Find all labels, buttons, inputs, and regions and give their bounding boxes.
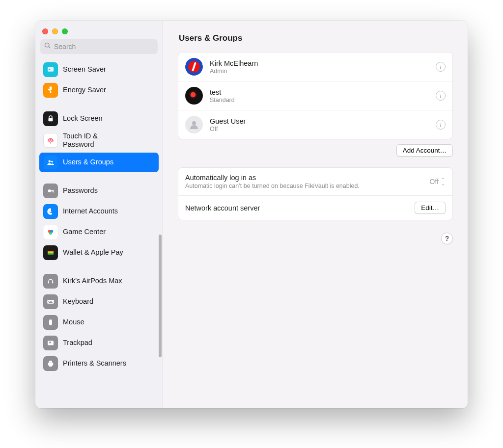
trackpad-icon bbox=[43, 336, 58, 350]
sidebar-item-wallet[interactable]: Wallet & Apple Pay bbox=[39, 243, 159, 263]
page-title: Users & Groups bbox=[179, 33, 453, 43]
sidebar-item-label: Game Center bbox=[63, 228, 106, 236]
close-window-button[interactable] bbox=[42, 28, 48, 34]
auto-login-row: Automatically log in as Automatic login … bbox=[178, 168, 452, 195]
sidebar-item-label: Keyboard bbox=[63, 297, 93, 306]
user-row[interactable]: test Standard i bbox=[178, 81, 452, 110]
sidebar-item-label: Touch ID & Password bbox=[63, 132, 98, 149]
avatar bbox=[185, 87, 203, 105]
printers-icon bbox=[43, 356, 58, 371]
auto-login-title: Automatically log in as bbox=[185, 174, 360, 182]
wallet-icon bbox=[43, 245, 58, 260]
sidebar-item-mouse[interactable]: Mouse bbox=[39, 313, 159, 332]
svg-rect-16 bbox=[48, 281, 49, 284]
svg-rect-3 bbox=[49, 118, 53, 122]
user-name: Guest User bbox=[210, 117, 429, 125]
svg-rect-19 bbox=[49, 301, 50, 302]
network-server-row: Network account server Edit… bbox=[178, 195, 452, 220]
airpods-icon bbox=[43, 274, 58, 289]
svg-rect-27 bbox=[49, 364, 52, 367]
svg-rect-26 bbox=[49, 361, 52, 363]
user-role: Standard bbox=[210, 97, 429, 104]
user-row[interactable]: Kirk McElhearn Admin i bbox=[178, 53, 452, 81]
user-name: test bbox=[210, 88, 429, 96]
user-role: Off bbox=[210, 126, 429, 132]
sidebar-item-label: Printers & Scanners bbox=[63, 359, 126, 368]
touch-id-icon bbox=[43, 133, 58, 148]
sidebar-item-label: Passwords bbox=[63, 186, 98, 195]
network-server-title: Network account server bbox=[185, 204, 260, 212]
minimize-window-button[interactable] bbox=[52, 28, 58, 34]
svg-point-5 bbox=[51, 160, 53, 162]
svg-rect-20 bbox=[50, 301, 51, 302]
sidebar-item-game-center[interactable]: Game Center bbox=[39, 222, 159, 242]
sidebar-scroll: Screen Saver Energy Saver Lock Screen bbox=[35, 58, 163, 408]
svg-point-1 bbox=[49, 69, 50, 70]
sidebar-item-label: Wallet & Apple Pay bbox=[63, 248, 123, 257]
svg-rect-14 bbox=[48, 252, 54, 253]
avatar bbox=[185, 116, 203, 133]
svg-rect-2 bbox=[50, 91, 52, 94]
svg-rect-23 bbox=[49, 319, 52, 325]
user-row[interactable]: Guest User Off i bbox=[178, 110, 452, 139]
sidebar-item-passwords[interactable]: Passwords bbox=[39, 181, 159, 201]
user-info-button[interactable]: i bbox=[436, 120, 446, 130]
search-input[interactable] bbox=[54, 43, 154, 51]
main-content: Users & Groups Kirk McElhearn Admin i te… bbox=[163, 21, 468, 408]
sidebar-item-airpods[interactable]: Kirk’s AirPods Max bbox=[39, 271, 159, 291]
updown-chevron-icon: ⌃⌃ bbox=[441, 179, 446, 184]
sidebar-item-label: Users & Groups bbox=[63, 158, 113, 166]
search-field[interactable] bbox=[40, 39, 158, 54]
svg-rect-8 bbox=[53, 190, 54, 193]
sidebar-item-label: Screen Saver bbox=[63, 65, 106, 74]
sidebar-item-touch-id[interactable]: Touch ID & Password bbox=[39, 130, 159, 152]
sidebar-item-label: Energy Saver bbox=[63, 86, 106, 94]
user-info-button[interactable]: i bbox=[436, 62, 446, 72]
sidebar-item-printers[interactable]: Printers & Scanners bbox=[39, 354, 159, 373]
sidebar-item-label: Mouse bbox=[63, 318, 84, 326]
svg-rect-17 bbox=[52, 281, 53, 284]
window-controls bbox=[35, 21, 163, 39]
svg-rect-22 bbox=[49, 302, 53, 303]
svg-point-12 bbox=[49, 232, 52, 235]
svg-point-28 bbox=[192, 121, 196, 125]
svg-point-6 bbox=[48, 189, 51, 192]
mouse-icon bbox=[43, 315, 58, 330]
energy-saver-icon bbox=[43, 83, 58, 98]
users-groups-icon bbox=[43, 155, 58, 170]
sidebar: Screen Saver Energy Saver Lock Screen bbox=[35, 21, 163, 408]
internet-accounts-icon bbox=[43, 204, 58, 219]
sidebar-item-keyboard[interactable]: Keyboard bbox=[39, 292, 159, 312]
sidebar-item-label: Internet Accounts bbox=[63, 207, 118, 215]
zoom-window-button[interactable] bbox=[62, 28, 68, 34]
user-info-button[interactable]: i bbox=[436, 91, 446, 101]
auto-login-value: Off bbox=[430, 178, 439, 185]
sidebar-item-lock-screen[interactable]: Lock Screen bbox=[39, 109, 159, 129]
settings-window: Screen Saver Energy Saver Lock Screen bbox=[35, 21, 468, 408]
sidebar-item-screen-saver[interactable]: Screen Saver bbox=[39, 60, 159, 79]
svg-point-9 bbox=[50, 211, 51, 212]
keyboard-icon bbox=[43, 294, 58, 309]
login-settings-panel: Automatically log in as Automatic login … bbox=[178, 167, 453, 220]
search-icon bbox=[44, 42, 51, 51]
sidebar-item-energy-saver[interactable]: Energy Saver bbox=[39, 80, 159, 100]
svg-point-4 bbox=[49, 160, 51, 162]
sidebar-item-label: Kirk’s AirPods Max bbox=[63, 277, 122, 285]
svg-rect-0 bbox=[48, 67, 54, 72]
add-account-button[interactable]: Add Account… bbox=[396, 144, 453, 157]
sidebar-item-trackpad[interactable]: Trackpad bbox=[39, 333, 159, 353]
sidebar-item-internet-accounts[interactable]: Internet Accounts bbox=[39, 202, 159, 221]
svg-rect-13 bbox=[48, 251, 54, 252]
passwords-icon bbox=[43, 184, 58, 198]
lock-screen-icon bbox=[43, 111, 58, 126]
sidebar-item-label: Lock Screen bbox=[63, 114, 103, 123]
auto-login-select[interactable]: Off ⌃⌃ bbox=[430, 178, 446, 185]
users-panel: Kirk McElhearn Admin i test Standard i G… bbox=[178, 52, 453, 139]
svg-rect-15 bbox=[48, 253, 54, 255]
svg-rect-21 bbox=[52, 301, 53, 302]
help-button[interactable]: ? bbox=[441, 233, 453, 244]
sidebar-scrollbar-thumb[interactable] bbox=[159, 235, 162, 357]
edit-network-server-button[interactable]: Edit… bbox=[415, 202, 446, 214]
auto-login-note: Automatic login can’t be turned on becau… bbox=[185, 183, 360, 189]
sidebar-item-users-groups[interactable]: Users & Groups bbox=[39, 153, 159, 172]
